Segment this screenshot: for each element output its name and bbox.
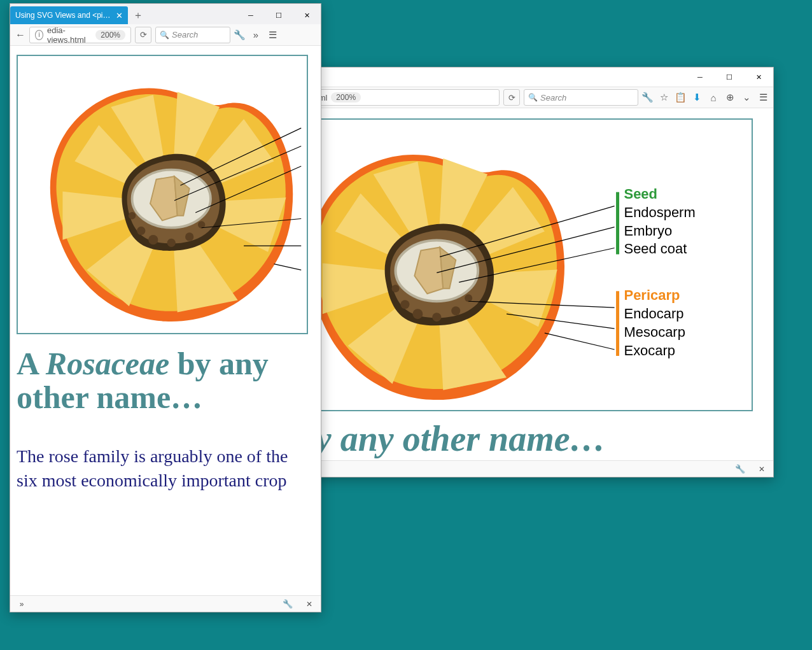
title-a: A (17, 346, 46, 381)
article-title-front: A Rosaceae by any other name… (17, 347, 308, 414)
browser-window-back: ─ ☐ ✕ dia-views.html 200% ⟳ 🔍 Search 🔧 ☆… (266, 67, 774, 477)
title-genus-frag: e by any other name… (273, 419, 606, 458)
bookmark-star-icon[interactable]: ☆ (656, 90, 671, 105)
title-genus: Rosaceae (46, 346, 169, 381)
devtools-status-icon[interactable]: 🔧 (280, 597, 295, 612)
new-tab-button[interactable]: ＋ (128, 6, 148, 24)
peach-diagram-wide: Seed Endosperm Embryo Seed coat Pericarp… (278, 124, 748, 406)
close-button[interactable]: ✕ (744, 67, 773, 87)
label-seed-heading: Seed (624, 186, 657, 202)
devtools-icon[interactable]: 🔧 (232, 27, 247, 43)
pocket-icon[interactable]: ⌄ (739, 90, 754, 105)
article-title-back: e by any other name… (273, 420, 753, 458)
url-text: edia-views.html (47, 27, 92, 43)
tabbar-front: Using SVG Views and <picture> ✕ ＋ ─ ☐ ✕ (10, 4, 321, 24)
figure-frame: Seed Endosperm Embryo Seed coat Pericarp… (273, 118, 753, 411)
minimize-button[interactable]: ─ (685, 67, 715, 87)
reload-button[interactable]: ⟳ (503, 89, 520, 106)
label-mesocarp: Mesocarp (624, 324, 685, 340)
close-panel-icon[interactable]: ✕ (754, 462, 769, 477)
devtools-status-icon[interactable]: 🔧 (732, 462, 748, 477)
zoom-indicator[interactable]: 200% (331, 92, 361, 102)
label-endocarp: Endocarp (624, 306, 684, 321)
titlebar-back: ─ ☐ ✕ (267, 67, 773, 87)
tab-label: Using SVG Views and <picture> (15, 11, 112, 20)
search-placeholder: Search (172, 30, 198, 39)
info-icon[interactable]: i (35, 30, 43, 40)
tab-close-icon[interactable]: ✕ (116, 11, 123, 20)
article-body: The rose family is arguably one of the s… (17, 444, 308, 493)
search-icon: 🔍 (528, 93, 538, 102)
clipboard-icon[interactable]: 📋 (673, 90, 688, 105)
search-placeholder: Search (540, 93, 566, 102)
label-embryo: Embryo (624, 223, 673, 239)
close-button[interactable]: ✕ (293, 6, 321, 24)
expand-icon[interactable]: » (14, 597, 29, 612)
content-back: Seed Endosperm Embryo Seed coat Pericarp… (267, 108, 773, 460)
statusbar-back: 🔧 ✕ (267, 460, 773, 477)
search-input[interactable]: 🔍 Search (155, 27, 230, 43)
hamburger-menu-icon[interactable]: ☰ (265, 27, 280, 43)
label-pericarp-heading: Pericarp (624, 287, 680, 303)
downloads-icon[interactable]: ⬇ (689, 90, 704, 105)
back-button[interactable]: ← (13, 27, 28, 43)
hamburger-menu-icon[interactable]: ☰ (755, 90, 771, 105)
statusbar-front: » 🔧 ✕ (10, 595, 321, 612)
minimize-button[interactable]: ─ (237, 6, 265, 24)
toolbar-back: dia-views.html 200% ⟳ 🔍 Search 🔧 ☆ 📋 ⬇ ⌂… (267, 87, 773, 108)
content-front[interactable]: A Rosaceae by any other name… The rose f… (10, 46, 321, 595)
devtools-icon[interactable]: 🔧 (640, 90, 655, 105)
maximize-button[interactable]: ☐ (715, 67, 744, 87)
search-icon: 🔍 (160, 31, 169, 39)
home-icon[interactable]: ⌂ (706, 90, 721, 105)
label-seed-coat: Seed coat (624, 241, 687, 257)
search-input[interactable]: 🔍 Search (524, 89, 638, 106)
reload-button[interactable]: ⟳ (135, 27, 151, 43)
peach-diagram-narrow (20, 59, 304, 330)
toolbar-front: ← i edia-views.html 200% ⟳ 🔍 Search 🔧 » … (10, 24, 321, 46)
figure-frame (17, 55, 308, 334)
maximize-button[interactable]: ☐ (265, 6, 293, 24)
url-input[interactable]: i edia-views.html 200% (29, 27, 131, 43)
addons-icon[interactable]: ⊕ (722, 90, 738, 105)
overflow-icon[interactable]: » (248, 27, 263, 43)
zoom-indicator[interactable]: 200% (95, 30, 125, 40)
label-endosperm: Endosperm (624, 204, 696, 220)
active-tab[interactable]: Using SVG Views and <picture> ✕ (10, 6, 128, 24)
label-exocarp: Exocarp (624, 343, 675, 358)
close-panel-icon[interactable]: ✕ (302, 597, 317, 612)
browser-window-front: Using SVG Views and <picture> ✕ ＋ ─ ☐ ✕ … (10, 3, 321, 612)
